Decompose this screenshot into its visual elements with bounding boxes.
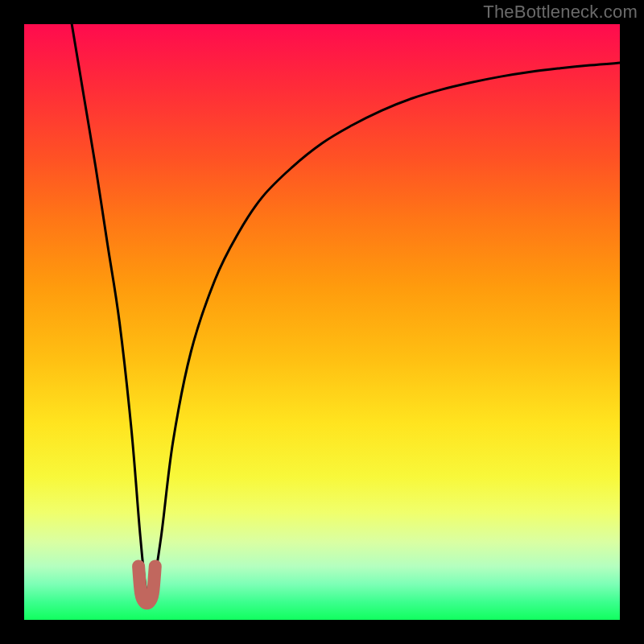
curve-path: [72, 24, 620, 597]
plot-area: [24, 24, 620, 620]
watermark-text: TheBottleneck.com: [483, 2, 638, 23]
chart-svg: [24, 24, 620, 620]
chart-frame: TheBottleneck.com: [0, 0, 644, 644]
valley-highlight-path: [138, 566, 155, 603]
